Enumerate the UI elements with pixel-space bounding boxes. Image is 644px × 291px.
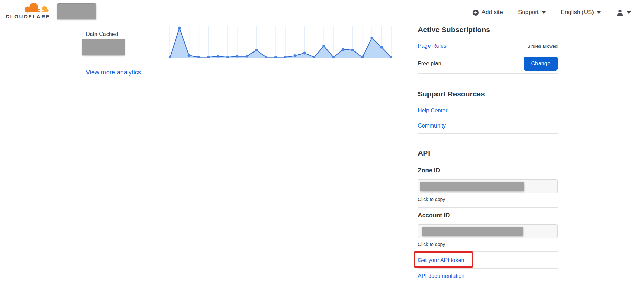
support-menu[interactable]: Support [518,9,546,16]
plan-label: Free plan [418,60,441,67]
plan-row: Free plan Change [418,54,558,73]
divider [418,73,558,74]
help-center-link[interactable]: Help Center [418,107,447,113]
divider [86,65,392,65]
cloudflare-wordmark: CLOUDFLARE [6,13,51,19]
page-rules-row: Page Rules 3 rules allowed [418,43,558,49]
support-label: Support [518,9,539,16]
header-divider [0,25,417,25]
api-title: API [418,149,558,157]
zone-id-value-redacted [420,182,524,191]
divider [418,207,558,208]
view-more-analytics-link[interactable]: View more analytics [86,69,141,76]
account-id-value-redacted [422,227,523,236]
account-id-field[interactable] [418,224,558,238]
cloudflare-cloud-icon [21,2,51,14]
change-plan-button[interactable]: Change [524,57,558,71]
api-documentation-link[interactable]: API documentation [418,273,464,279]
language-label: English (US) [561,9,594,16]
cache-chart [169,26,392,58]
cloudflare-logo[interactable]: CLOUDFLARE [6,2,51,19]
metric-label: Data Cached [86,31,118,37]
metric-value-redacted [82,39,125,55]
page-rules-note: 3 rules allowed [527,44,558,49]
zone-id-copy-hint: Click to copy [418,196,558,203]
site-name-redacted [57,3,96,19]
add-site-label: Add site [482,9,503,16]
active-subscriptions-title: Active Subscriptions [418,25,558,34]
support-resources-title: Support Resources [418,90,558,98]
page-rules-link[interactable]: Page Rules [418,43,447,49]
divider [418,133,558,134]
community-row: Community [418,118,558,133]
chevron-down-icon [542,11,546,14]
user-icon [616,9,624,17]
help-center-row: Help Center [418,98,558,118]
zone-id-label: Zone ID [418,167,558,174]
sidebar: Active Subscriptions Page Rules 3 rules … [418,21,558,284]
api-token-row: Get your API token [418,252,558,268]
account-menu[interactable] [616,9,631,17]
account-id-label: Account ID [418,212,558,219]
add-site-button[interactable]: Add site [472,9,503,16]
plus-circle-icon [472,9,479,16]
chevron-down-icon [597,11,601,14]
chevron-down-icon [627,11,631,14]
zone-id-field[interactable] [418,179,558,193]
account-id-copy-hint: Click to copy [418,241,558,247]
language-menu[interactable]: English (US) [561,9,601,16]
api-docs-row: API documentation [418,269,558,284]
get-api-token-link[interactable]: Get your API token [418,257,464,263]
community-link[interactable]: Community [418,123,446,129]
divider [418,284,558,284]
